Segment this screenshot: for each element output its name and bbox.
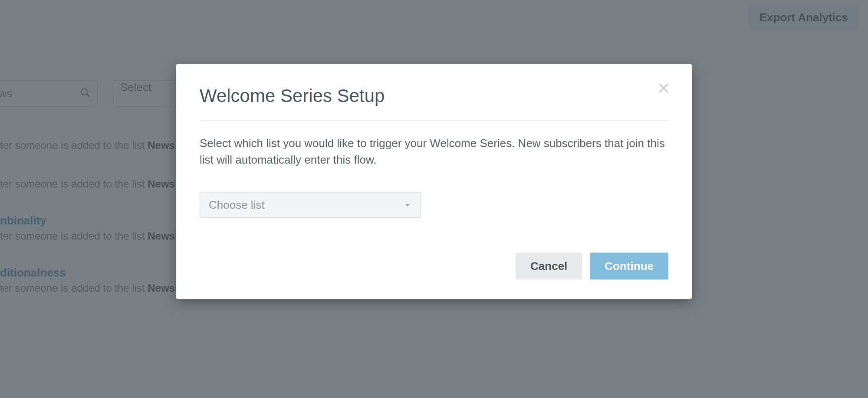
modal-title: Welcome Series Setup xyxy=(200,86,668,120)
modal-divider xyxy=(200,120,668,121)
choose-list-placeholder: Choose list xyxy=(209,198,265,212)
modal-overlay[interactable]: Welcome Series Setup Select which list y… xyxy=(0,0,868,398)
chevron-down-icon xyxy=(404,198,411,212)
modal-footer: Cancel Continue xyxy=(200,253,668,280)
close-button[interactable] xyxy=(654,79,673,97)
continue-button[interactable]: Continue xyxy=(590,253,668,280)
choose-list-select[interactable]: Choose list xyxy=(200,192,421,218)
close-icon xyxy=(657,82,670,95)
welcome-series-setup-modal: Welcome Series Setup Select which list y… xyxy=(176,64,692,299)
cancel-button[interactable]: Cancel xyxy=(516,253,582,280)
modal-description: Select which list you would like to trig… xyxy=(200,135,668,168)
